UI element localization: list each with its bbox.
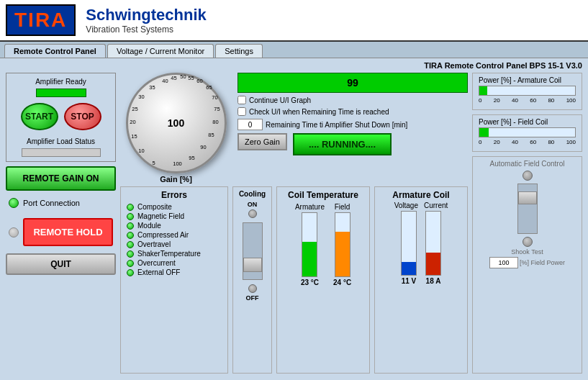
error-composite-label: Composite <box>137 203 172 211</box>
armature-title: Armature Coil <box>381 190 461 200</box>
start-button[interactable]: START <box>21 103 58 130</box>
tick-100: 100 <box>173 160 182 167</box>
stop-button[interactable]: STOP <box>64 103 101 130</box>
error-composite-led <box>127 204 134 211</box>
logo-ira: IRA <box>28 9 67 31</box>
field-temp-value: 24 °C <box>333 279 351 286</box>
field-thermometer <box>335 212 350 277</box>
top-controls: 5 10 15 20 25 30 35 40 45 50 55 60 <box>120 73 468 184</box>
cooling-slider[interactable] <box>243 222 263 280</box>
tick-55: 55 <box>188 75 194 81</box>
auto-field-led <box>523 171 533 181</box>
shock-power-input[interactable] <box>489 257 518 268</box>
start-stop-row: START STOP <box>21 103 101 130</box>
field-power-slider[interactable] <box>517 184 538 234</box>
running-button[interactable]: .... RUNNING.... <box>293 133 392 155</box>
auto-field-title: Automatic Field Control <box>490 160 565 168</box>
cooling-title: Cooling <box>239 190 266 198</box>
shock-unit-label: [%] Field Power <box>520 259 565 266</box>
check-ui-checkbox[interactable] <box>238 107 246 116</box>
tab-voltage-monitor[interactable]: Voltage / Current Monitor <box>107 44 214 58</box>
error-overcurrent: Overcurrent <box>127 259 222 267</box>
logo: TIRA <box>6 4 76 36</box>
bottom-panels: Errors Composite Magnetic Field Module <box>120 186 468 374</box>
axis-100: 100 <box>566 97 576 104</box>
error-module-led <box>127 222 134 230</box>
tab-settings[interactable]: Settings <box>215 44 263 58</box>
cooling-off-led <box>248 284 257 293</box>
tick-25: 25 <box>132 106 137 112</box>
tick-50: 50 <box>180 73 186 80</box>
knob-label: Gain [%] <box>160 175 192 184</box>
coil-temp-title: Coil Temperature <box>283 190 363 200</box>
check-ui-label: Check U/I when Remaining Time is reached <box>249 108 389 116</box>
shock-test-label: Shook Test <box>511 248 543 255</box>
quit-button[interactable]: QUIT <box>6 253 116 275</box>
power-armature-section: Power [%] - Armature Coil 0 20 40 60 80 … <box>472 73 582 110</box>
power-field-section: Power [%] - Field Coil 0 20 40 60 80 100 <box>472 114 582 152</box>
axis-60: 60 <box>530 97 536 104</box>
power-armature-fill <box>479 86 487 95</box>
left-panel: Amplifier Ready START STOP Amplifier Loa… <box>6 73 116 374</box>
amp-ready-label: Amplifier Ready <box>35 78 86 86</box>
power-armature-bar <box>479 86 576 96</box>
error-shakertemp-led <box>127 250 134 258</box>
tick-85: 85 <box>208 132 214 138</box>
remote-hold-led <box>9 227 19 238</box>
axis-80: 80 <box>548 97 554 104</box>
error-overcurrent-led <box>127 260 134 267</box>
tick-70: 70 <box>212 94 217 101</box>
error-module: Module <box>127 222 222 230</box>
power-field-fill <box>479 128 489 137</box>
axis-20: 20 <box>494 97 500 104</box>
zero-gain-button[interactable]: Zero Gain <box>238 133 287 150</box>
error-overtravel: Overtravel <box>127 240 222 248</box>
field-axis-20: 20 <box>494 139 500 145</box>
cooling-on-label: ON <box>248 201 258 208</box>
power-field-axis: 0 20 40 60 80 100 <box>479 139 576 145</box>
error-shaker-temp: ShakerTemperature <box>127 250 222 258</box>
center-panel: 5 10 15 20 25 30 35 40 45 50 55 60 <box>120 73 468 374</box>
cooling-off-label: OFF <box>246 294 259 302</box>
tab-bar: Remote Control Panel Voltage / Current M… <box>0 42 588 58</box>
armature-therm-fill <box>302 242 317 276</box>
field-therm-fill <box>335 232 350 276</box>
page-title: TIRA Remote Control Panel BPS 15-1 V3.0 <box>6 61 582 70</box>
errors-title: Errors <box>127 190 222 200</box>
tick-60: 60 <box>196 78 202 84</box>
armature-columns: 11 V 18 A <box>381 211 461 285</box>
tick-45: 45 <box>171 75 176 81</box>
tick-15: 15 <box>131 133 137 140</box>
remaining-time-input[interactable] <box>238 119 263 130</box>
remote-gain-button[interactable]: REMOTE GAIN ON <box>6 166 116 191</box>
gain-value-bar: 99 <box>238 73 468 93</box>
right-panel: Power [%] - Armature Coil 0 20 40 60 80 … <box>472 73 582 374</box>
error-compressed: Compressed Air <box>127 231 222 239</box>
field-slider-thumb <box>518 191 537 204</box>
axis-0: 0 <box>479 97 481 104</box>
tab-remote-control[interactable]: Remote Control Panel <box>4 44 106 58</box>
error-external-off: External OFF <box>127 268 222 276</box>
power-field-title: Power [%] - Field Coil <box>479 118 576 126</box>
field-axis-40: 40 <box>512 139 518 145</box>
coil-temp-panel: Coil Temperature Armature 23 °C Field <box>276 186 370 374</box>
tick-80: 80 <box>212 119 218 125</box>
remaining-label: Remaining Time ti Amplifier Shut Down [m… <box>266 121 407 129</box>
amp-load-bar <box>22 148 101 157</box>
amp-load-label: Amplifier Load Status <box>27 137 95 145</box>
continue-graph-checkbox[interactable] <box>238 96 246 104</box>
gain-knob[interactable]: 5 10 15 20 25 30 35 40 45 50 55 60 <box>126 73 227 173</box>
armature-panel: Armature Coil Voltage Current 11 V <box>374 186 468 374</box>
errors-panel: Errors Composite Magnetic Field Module <box>120 186 228 374</box>
error-compressed-label: Compressed Air <box>137 231 189 239</box>
company-info: Schwingtechnik Vibration Test Systems <box>86 6 206 35</box>
cooling-slider-thumb <box>243 258 262 272</box>
coil-field-label: Field <box>335 203 350 211</box>
port-connection-label: Port Connection <box>23 199 80 207</box>
power-field-bar <box>479 127 576 137</box>
remote-hold-button[interactable]: REMOTE HOLD <box>23 218 113 246</box>
current-col-label: Current <box>424 202 448 209</box>
knob-value: 100 <box>168 117 184 129</box>
voltage-col: 11 V <box>401 211 417 285</box>
error-module-label: Module <box>137 222 161 230</box>
